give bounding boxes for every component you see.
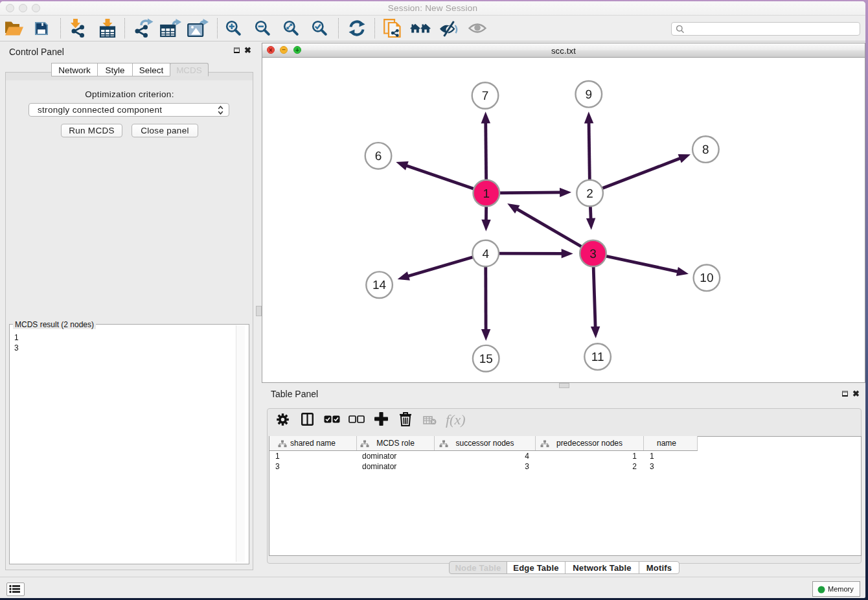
svg-text:15: 15 xyxy=(479,352,493,366)
svg-text:11: 11 xyxy=(591,351,604,364)
svg-text:6: 6 xyxy=(375,150,382,163)
svg-text:4: 4 xyxy=(482,248,489,261)
svg-text:1: 1 xyxy=(483,187,490,201)
svg-text:8: 8 xyxy=(702,143,709,157)
svg-text:7: 7 xyxy=(482,89,489,103)
svg-text:2: 2 xyxy=(586,187,593,201)
svg-text:10: 10 xyxy=(700,271,713,285)
svg-text:9: 9 xyxy=(586,88,593,102)
svg-text:14: 14 xyxy=(372,279,387,292)
svg-text:3: 3 xyxy=(589,248,597,261)
